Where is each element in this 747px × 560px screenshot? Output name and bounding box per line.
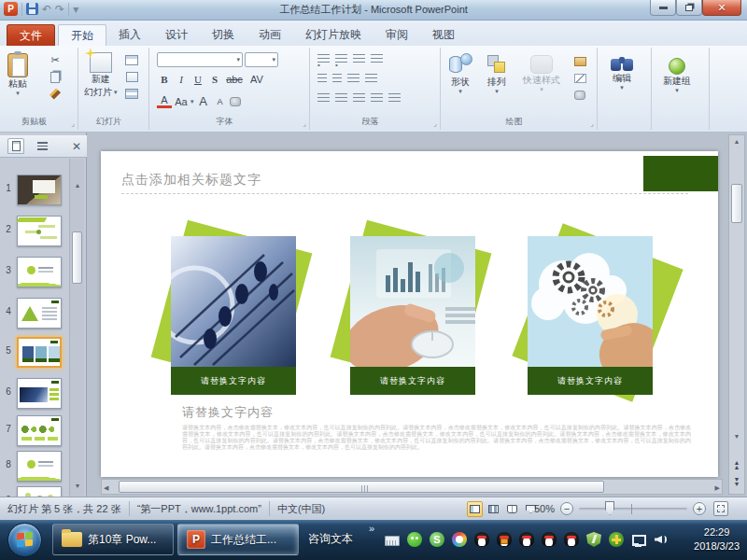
image-group-3[interactable]: 请替换文字内容 (528, 236, 653, 395)
body-heading[interactable]: 请替换文字内容 (182, 404, 274, 421)
photo-staircase[interactable] (171, 236, 296, 367)
dialog-launcher-icon[interactable]: ⌟ (303, 120, 306, 128)
wechat-icon[interactable] (407, 532, 422, 547)
scroll-up-icon[interactable]: ▲ (729, 137, 744, 147)
theme-name[interactable]: “第一PPT，www.1ppt.com” (137, 502, 261, 516)
taskbar-folder-button[interactable]: 第10章 Pow... (52, 524, 174, 555)
slide-thumbnail-5-selected[interactable]: 5 (0, 336, 69, 370)
numbering-button[interactable] (335, 54, 347, 63)
photo-hand-mouse[interactable] (350, 236, 475, 367)
normal-view-button[interactable] (467, 501, 483, 517)
qq-business-icon[interactable] (497, 532, 512, 547)
deskband-overflow-icon[interactable]: » (369, 523, 374, 534)
shape-fill-button[interactable] (571, 54, 588, 68)
new-group-button[interactable]: 新建组 ▾ (663, 58, 691, 93)
panel-scroll-thumb[interactable] (72, 231, 82, 284)
scroll-up-icon[interactable]: ▲ (70, 181, 85, 190)
slide-thumbnail-3[interactable]: 3 (0, 256, 69, 289)
fit-to-window-button[interactable] (713, 501, 728, 516)
align-left-button[interactable] (317, 93, 330, 103)
format-painter-button[interactable] (47, 87, 63, 101)
text-shadow-button[interactable]: S (207, 74, 222, 85)
tab-home[interactable]: 开始 (58, 24, 106, 46)
panel-scrollbar[interactable]: ▲ ▼ (69, 159, 84, 497)
input-keyboard-icon[interactable] (385, 536, 400, 546)
copy-button[interactable] (47, 70, 63, 84)
paste-button[interactable]: 粘贴 ▾ (7, 53, 28, 96)
slide-thumbnail-1[interactable]: 1 (0, 174, 69, 207)
text-direction-button[interactable] (371, 54, 383, 63)
qq-icon[interactable] (474, 532, 489, 547)
scroll-right-icon[interactable]: ▶ (715, 483, 720, 493)
language-indicator[interactable]: 中文(中国) (277, 502, 325, 516)
restore-button[interactable] (676, 0, 702, 16)
taskbar-powerpoint-button[interactable]: P 工作总结工... (177, 524, 299, 555)
slide-title-placeholder[interactable]: 点击添加相关标题文字 (121, 172, 261, 189)
body-text-placeholder[interactable]: 请替换文本内容，点击修改需替换文本，修改文本内容，也可以直接复制你的内容到此。请… (182, 425, 691, 473)
slide-thumbnail-2[interactable]: 2 (0, 215, 69, 248)
bold-button[interactable]: B (157, 74, 172, 85)
convert-smartart-button[interactable] (388, 93, 401, 103)
bullets-button[interactable] (317, 54, 330, 63)
align-right-button[interactable] (353, 93, 365, 103)
network-icon[interactable] (631, 532, 646, 547)
slides-tab[interactable] (7, 138, 24, 154)
volume-icon[interactable] (654, 532, 669, 547)
shapes-button[interactable]: 形状 ▾ (448, 53, 472, 94)
image-group-2[interactable]: 请替换文字内容 (350, 236, 475, 395)
image-caption[interactable]: 请替换文字内容 (171, 367, 296, 395)
panel-close-icon[interactable]: ✕ (72, 140, 81, 153)
close-button[interactable]: ✕ (702, 0, 741, 16)
zoom-slider-track[interactable] (579, 508, 687, 511)
shrink-font-button[interactable]: A (213, 97, 228, 106)
scroll-down-icon[interactable]: ▼ (729, 432, 744, 441)
horizontal-scroll-thumb[interactable] (119, 481, 604, 493)
antivirus-ball-icon[interactable] (609, 532, 624, 547)
skype-icon[interactable]: S (430, 532, 444, 547)
character-spacing-button[interactable]: AV (247, 74, 267, 85)
horizontal-scrollbar[interactable]: ◀ ▶ (101, 479, 723, 495)
tab-transitions[interactable]: 切换 (200, 24, 247, 46)
dialog-launcher-icon[interactable]: ⌟ (433, 120, 437, 128)
tab-design[interactable]: 设计 (153, 24, 200, 46)
deskband-label[interactable]: 咨询文本 (308, 531, 353, 547)
image-caption[interactable]: 请替换文字内容 (528, 367, 653, 395)
vertical-scrollbar[interactable]: ▲ ▼ ▲▲ ▼▼ (728, 134, 745, 495)
font-size-combo[interactable]: ▾ (245, 52, 278, 67)
image-group-1[interactable]: 请替换文字内容 (171, 236, 296, 395)
security-shield-icon[interactable] (586, 532, 601, 547)
increase-indent-button[interactable] (332, 74, 342, 83)
slide-thumbnail-8[interactable]: 8 (0, 450, 69, 483)
dialog-launcher-icon[interactable]: ⌟ (71, 120, 75, 128)
align-center-button[interactable] (335, 93, 347, 103)
grow-font-button[interactable]: A (196, 94, 211, 108)
file-tab[interactable]: 文件 (7, 24, 55, 46)
underline-button[interactable]: U (190, 74, 205, 85)
clear-formatting-icon[interactable] (230, 97, 241, 106)
zoom-out-button[interactable]: − (560, 502, 573, 515)
qq-icon[interactable] (519, 532, 534, 547)
image-caption[interactable]: 请替换文字内容 (350, 367, 475, 395)
tab-view[interactable]: 视图 (420, 24, 467, 46)
strikethrough-button[interactable]: abc (224, 74, 245, 85)
tab-animations[interactable]: 动画 (247, 24, 293, 46)
slide-canvas[interactable]: 点击添加相关标题文字 (101, 151, 718, 477)
tab-review[interactable]: 审阅 (374, 24, 420, 46)
minimize-button[interactable] (650, 0, 676, 16)
new-slide-button[interactable]: 新建 幻灯片▾ (84, 52, 118, 99)
zoom-level[interactable]: 50% (534, 503, 555, 514)
browser-icon[interactable] (452, 532, 467, 547)
start-button[interactable] (7, 523, 42, 557)
outline-tab[interactable] (34, 138, 50, 154)
shape-effects-button[interactable] (571, 88, 588, 102)
reading-view-button[interactable] (504, 501, 520, 517)
zoom-slider-thumb[interactable] (605, 501, 614, 515)
photo-gears-hand[interactable] (528, 236, 653, 367)
slide-counter[interactable]: 幻灯片 第 5 张，共 22 张 (7, 502, 121, 516)
zoom-in-button[interactable]: + (693, 502, 706, 515)
vertical-scroll-thumb[interactable] (731, 184, 742, 223)
scroll-down-icon[interactable]: ▼ (70, 482, 85, 491)
qq-icon[interactable] (564, 532, 579, 547)
qq-icon[interactable] (542, 532, 557, 547)
cut-button[interactable]: ✂ (47, 53, 63, 67)
